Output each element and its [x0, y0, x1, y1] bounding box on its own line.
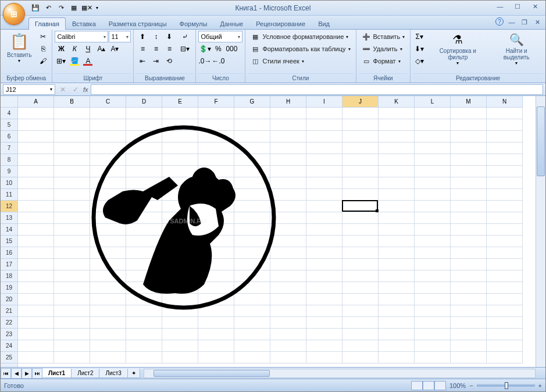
col-header-D[interactable]: D: [126, 96, 162, 107]
row-header-10[interactable]: 10: [1, 177, 17, 189]
row-header-11[interactable]: 11: [1, 189, 17, 201]
minimize-ribbon-icon[interactable]: —: [507, 17, 516, 27]
zoom-out-icon[interactable]: −: [469, 382, 473, 389]
zoom-slider[interactable]: [477, 384, 535, 387]
sheet-nav-next-icon[interactable]: ▶: [22, 368, 32, 379]
comma-icon[interactable]: 000: [225, 43, 238, 55]
border-icon[interactable]: ⊞▾: [55, 55, 67, 67]
conditional-formatting-button[interactable]: ▦Условное форматирование▾: [248, 31, 351, 42]
sheet-nav-prev-icon[interactable]: ◀: [11, 368, 22, 379]
cell-styles-button[interactable]: ◫Стили ячеек▾: [248, 55, 306, 67]
restore-doc-icon[interactable]: ❐: [520, 17, 529, 27]
paste-button[interactable]: 📋 Вставить ▾: [3, 31, 35, 65]
horizontal-scrollbar[interactable]: [144, 369, 536, 378]
find-select-button[interactable]: 🔍 Найти и выделить ▾: [490, 31, 543, 67]
cells-area[interactable]: [18, 108, 536, 364]
sheet-tab-2[interactable]: Лист2: [71, 369, 99, 378]
zoom-knob[interactable]: [505, 382, 508, 389]
align-middle-icon[interactable]: ↕: [149, 31, 162, 42]
save-icon[interactable]: 💾: [30, 2, 41, 14]
align-center-icon[interactable]: ≡: [149, 43, 162, 55]
row-header-9[interactable]: 9: [1, 166, 17, 177]
bold-button[interactable]: Ж: [55, 43, 67, 55]
zoom-level[interactable]: 100%: [449, 382, 466, 389]
undo-icon[interactable]: ↶: [42, 2, 54, 14]
name-box[interactable]: J12▾: [3, 84, 55, 95]
copy-icon[interactable]: ⎘: [37, 43, 49, 55]
col-header-A[interactable]: A: [18, 96, 54, 107]
row-header-25[interactable]: 25: [1, 352, 17, 364]
view-normal-icon[interactable]: [411, 381, 423, 390]
sheet-nav-last-icon[interactable]: ⏭: [32, 368, 42, 379]
merge-icon[interactable]: ⊟▾: [177, 43, 193, 55]
hscroll-thumb[interactable]: [154, 370, 270, 377]
tab-home[interactable]: Главная: [28, 17, 66, 30]
decrease-indent-icon[interactable]: ⇤: [136, 55, 149, 67]
italic-button[interactable]: К: [68, 43, 81, 55]
currency-icon[interactable]: 💲▾: [198, 43, 211, 55]
help-icon[interactable]: ?: [495, 17, 504, 26]
maximize-button[interactable]: ☐: [509, 1, 526, 12]
row-header-22[interactable]: 22: [1, 317, 17, 329]
decrease-decimal-icon[interactable]: ←.0: [212, 55, 224, 67]
clear-icon[interactable]: ◇▾: [413, 55, 426, 67]
percent-icon[interactable]: %: [212, 43, 224, 55]
align-left-icon[interactable]: ≡: [136, 43, 149, 55]
view-page-break-icon[interactable]: [434, 381, 446, 390]
row-header-19[interactable]: 19: [1, 282, 17, 294]
row-header-14[interactable]: 14: [1, 224, 17, 236]
tab-page-layout[interactable]: Разметка страницы: [102, 17, 173, 30]
col-header-J[interactable]: J: [342, 96, 379, 107]
underline-button[interactable]: Ч: [81, 43, 94, 55]
qat-custom2-icon[interactable]: ▦✕: [81, 2, 92, 14]
sheet-nav-first-icon[interactable]: ⏮: [1, 368, 11, 379]
fill-icon[interactable]: ⬇▾: [413, 43, 426, 55]
font-size-combo[interactable]: 11▾: [109, 31, 131, 42]
sheet-tab-3[interactable]: Лист3: [99, 369, 127, 378]
row-header-18[interactable]: 18: [1, 270, 17, 282]
col-header-K[interactable]: K: [379, 96, 415, 107]
col-header-G[interactable]: G: [234, 96, 270, 107]
row-header-5[interactable]: 5: [1, 119, 17, 131]
view-page-layout-icon[interactable]: [423, 381, 434, 390]
row-header-16[interactable]: 16: [1, 247, 17, 259]
select-all-corner[interactable]: [1, 96, 18, 108]
row-header-8[interactable]: 8: [1, 154, 17, 166]
row-header-12[interactable]: 12: [1, 201, 17, 212]
row-header-6[interactable]: 6: [1, 131, 17, 142]
delete-cells-button[interactable]: ➖Удалить▾: [359, 43, 405, 55]
increase-decimal-icon[interactable]: .0→: [198, 55, 211, 67]
number-format-combo[interactable]: Общий▾: [198, 31, 242, 42]
col-header-C[interactable]: C: [90, 96, 126, 107]
close-button[interactable]: ✕: [527, 1, 543, 12]
tab-data[interactable]: Данные: [213, 17, 249, 30]
col-header-I[interactable]: I: [306, 96, 342, 107]
col-header-L[interactable]: L: [415, 96, 451, 107]
vertical-scrollbar[interactable]: [536, 96, 545, 367]
new-sheet-icon[interactable]: ✦: [127, 369, 140, 378]
row-header-23[interactable]: 23: [1, 329, 17, 340]
align-bottom-icon[interactable]: ⬇: [163, 31, 176, 42]
tab-review[interactable]: Рецензирование: [249, 17, 312, 30]
redo-icon[interactable]: ↷: [55, 2, 67, 14]
tab-view[interactable]: Вид: [312, 17, 336, 30]
close-doc-icon[interactable]: ✕: [533, 17, 542, 27]
vscroll-thumb[interactable]: [537, 106, 545, 176]
formula-bar[interactable]: [91, 84, 543, 95]
font-color-icon[interactable]: A: [81, 55, 94, 67]
tab-insert[interactable]: Вставка: [66, 17, 102, 30]
row-header-15[interactable]: 15: [1, 236, 17, 247]
grow-font-icon[interactable]: A▴: [95, 43, 108, 55]
sort-filter-button[interactable]: ⚗ Сортировка и фильтр ▾: [427, 31, 488, 67]
row-header-4[interactable]: 4: [1, 108, 17, 119]
row-header-21[interactable]: 21: [1, 305, 17, 317]
fx-icon[interactable]: fx: [83, 86, 88, 93]
font-name-combo[interactable]: Calibri▾: [55, 31, 108, 42]
fx-cancel-icon[interactable]: ✕: [58, 84, 68, 95]
align-top-icon[interactable]: ⬆: [136, 31, 149, 42]
zoom-in-icon[interactable]: +: [538, 382, 542, 389]
tab-formulas[interactable]: Формулы: [173, 17, 214, 30]
col-header-N[interactable]: N: [487, 96, 523, 107]
col-header-F[interactable]: F: [198, 96, 234, 107]
fill-color-icon[interactable]: 🪣: [68, 55, 81, 67]
